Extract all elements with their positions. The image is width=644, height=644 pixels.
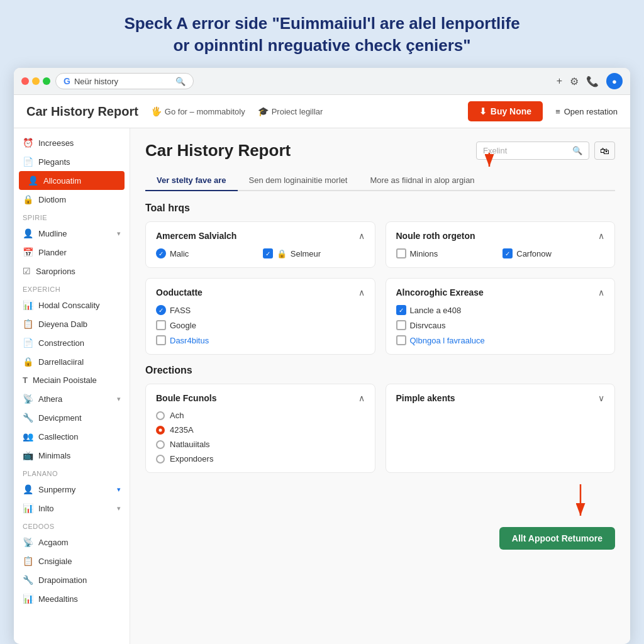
sidebar-label-plander: Plander xyxy=(38,248,67,257)
option-qlbngoa-label: Qlbngoа l favraaluce xyxy=(410,336,485,345)
phone-button[interactable]: 📞 xyxy=(586,75,599,87)
menu-icon: ≡ xyxy=(555,107,560,116)
sidebar-item-constrection[interactable]: 📄 Constrection xyxy=(14,333,130,352)
filter-card-ooductatte-title: Ooductatte xyxy=(156,287,203,297)
lock2-icon: 🔒 xyxy=(23,357,33,367)
search-lens-icon: 🔍 xyxy=(572,146,582,155)
sidebar-item-increeses[interactable]: ⏰ Increeses xyxy=(14,133,130,152)
radio-option-ach[interactable]: Ach xyxy=(156,411,365,420)
table-icon: 📋 xyxy=(23,556,33,566)
sidebar-item-athera[interactable]: 📡 Athera ▾ xyxy=(14,389,130,408)
header-nav-project[interactable]: 🎓 Proiect legillar xyxy=(258,106,323,116)
annotation-arrow xyxy=(477,152,502,173)
text-icon: T xyxy=(23,375,28,385)
sidebar-item-plegants[interactable]: 📄 Plegants xyxy=(14,152,130,171)
option-selmeur-text: Selmeur xyxy=(291,249,321,258)
radio-option-4235a[interactable]: 4235A xyxy=(156,425,365,435)
header-nav-go[interactable]: 🖐 Go for – mommabitoly xyxy=(151,106,245,116)
sidebar-section-spirie: Spirie xyxy=(14,209,130,224)
filter-noule-options: Minions ✓ Carfonow xyxy=(396,248,605,258)
filter-option-selmeur[interactable]: ✓ 🔒 Selmeur xyxy=(263,248,365,258)
sidebar-item-mudline[interactable]: 👤 Mudline ▾ xyxy=(14,224,130,243)
profile-button[interactable]: ● xyxy=(606,73,623,89)
sidebar-item-inlto[interactable]: 📊 Inlto ▾ xyxy=(14,499,130,518)
option-minions-label: Minions xyxy=(410,249,438,258)
settings-button[interactable]: ⚙ xyxy=(570,75,579,87)
buy-now-button[interactable]: ⬇ Buy None xyxy=(468,101,543,121)
collapse-amercem-button[interactable]: ∧ xyxy=(358,231,365,241)
check-icon: ☑ xyxy=(23,266,31,276)
collapse-pimple-button[interactable]: ∨ xyxy=(598,393,604,403)
sidebar-item-minimals[interactable]: 📺 Minimals xyxy=(14,446,130,465)
filter-option-disrvcaus[interactable]: Disrvcaus xyxy=(396,320,605,330)
radio-dot-4235a xyxy=(156,426,165,435)
sidebar-item-cnsigiale[interactable]: 📋 Cnsigiale xyxy=(14,552,130,570)
sidebar-item-plander[interactable]: 📅 Plander xyxy=(14,243,130,262)
main-layout: ⏰ Increeses 📄 Plegants 👤 Allcouatim 🔒 Di… xyxy=(14,128,630,644)
collapse-alncoroghic-button[interactable]: ∧ xyxy=(598,287,604,297)
filter-option-carfonow[interactable]: ✓ Carfonow xyxy=(502,248,604,258)
sidebar-section-cedoos: Cedoos xyxy=(14,518,130,533)
option-fass-label: FASS xyxy=(170,306,191,315)
user-icon: 👤 xyxy=(28,175,38,186)
close-dot[interactable] xyxy=(21,77,29,85)
maximize-dot[interactable] xyxy=(43,77,50,85)
sidebar-item-sunpermy[interactable]: 👤 Sunpermy ▾ xyxy=(14,480,130,499)
checkbox-disrvcaus xyxy=(396,320,406,330)
sidebar-item-hodal[interactable]: 📊 Hodal Conscality xyxy=(14,296,130,314)
filter-option-dasrabitus[interactable]: Dasr4bitus xyxy=(156,335,365,345)
apply-button[interactable]: Allt Appoot Retumore xyxy=(499,527,615,550)
radio-option-expondoers[interactable]: Expondoers xyxy=(156,454,365,464)
sidebar-item-meedaltins[interactable]: 📊 Meedaltins xyxy=(14,589,130,608)
new-tab-button[interactable]: + xyxy=(557,75,562,87)
sidebar-item-saroprions[interactable]: ☑ Saroprions xyxy=(14,262,130,280)
page-header: Car History Report Fxelint 🔍 🛍 xyxy=(145,141,615,160)
headline: Speck A error side "Euimmaiiul'l are ale… xyxy=(124,13,519,57)
sidebar-label-saroprions: Saroprions xyxy=(36,267,75,276)
open-button[interactable]: ≡ Open restation xyxy=(555,107,618,116)
sidebar-item-dieyena[interactable]: 📋 Dieyena Dalb xyxy=(14,314,130,333)
filter-option-qlbngoa[interactable]: Qlbngoа l favraaluce xyxy=(396,335,605,345)
tab-sen-dem[interactable]: Sen dem loginainitie morlet xyxy=(238,170,359,191)
radio-option-natlauiitals[interactable]: Natlauiitals xyxy=(156,440,365,449)
sidebar-item-acgaom[interactable]: 📡 Acgaom xyxy=(14,533,130,552)
shopping-bag-button[interactable]: 🛍 xyxy=(594,142,615,160)
sidebar-item-casllection[interactable]: 👥 Casllection xyxy=(14,427,130,446)
browser-window-controls xyxy=(21,77,50,85)
filter-card-ooductatte-header: Ooductatte ∧ xyxy=(156,287,365,297)
collapse-ooductatte-button[interactable]: ∧ xyxy=(358,287,365,297)
chart2-icon: 📊 xyxy=(23,594,33,604)
lower-card-boule: Boule Fcunols ∧ Ach 4235A xyxy=(145,384,375,473)
sidebar-item-meciain[interactable]: T Meciain Pooistale xyxy=(14,371,130,389)
collapse-noule-button[interactable]: ∧ xyxy=(598,231,604,241)
lower-section: Boule Fcunols ∧ Ach 4235A xyxy=(145,384,615,473)
minimize-dot[interactable] xyxy=(32,77,40,85)
sidebar-item-allcouatim[interactable]: 👤 Allcouatim xyxy=(19,171,125,190)
wifi-icon: 📡 xyxy=(23,394,33,404)
sidebar-label-casllection: Casllection xyxy=(38,432,79,441)
section-heading-orections: Orections xyxy=(145,365,615,376)
filter-option-fass[interactable]: ✓ FASS xyxy=(156,305,365,315)
sidebar-item-devicpment[interactable]: 🔧 Devicpment xyxy=(14,408,130,427)
sidebar-label-darrella: Darrellaciiral xyxy=(38,357,84,367)
filter-option-minions[interactable]: Minions xyxy=(396,248,498,258)
address-bar[interactable]: G Neür history 🔍 xyxy=(55,73,194,89)
google-icon: G xyxy=(64,76,70,86)
radio-dot-natlauiitals xyxy=(156,440,165,449)
sidebar-label-constrection: Constrection xyxy=(38,338,84,348)
browser-window: G Neür history 🔍 + ⚙ 📞 ● Car History Rep… xyxy=(14,68,630,644)
filter-option-lancle[interactable]: ✓ Lancle a e408 xyxy=(396,305,605,315)
cap-icon: 🎓 xyxy=(258,106,269,116)
sidebar-item-drapoimation[interactable]: 🔧 Drapoimation xyxy=(14,570,130,589)
sidebar-item-diotlom[interactable]: 🔒 Diotlom xyxy=(14,190,130,209)
tab-more-as[interactable]: More as fiidnal in alop argian xyxy=(358,170,486,191)
collapse-boule-button[interactable]: ∧ xyxy=(358,393,365,403)
filter-card-amercem-title: Amercem Salvialch xyxy=(156,231,236,241)
filter-option-google[interactable]: Google xyxy=(156,320,365,330)
lower-card-pimple-title: Pimple akents xyxy=(396,393,455,403)
filter-card-noule-title: Noule roth orgeton xyxy=(396,231,475,241)
filter-option-malic[interactable]: ✓ Malic xyxy=(156,248,258,258)
sidebar-item-darrella[interactable]: 🔒 Darrellaciiral xyxy=(14,352,130,371)
header-nav-go-label: Go for – mommabitoly xyxy=(165,107,245,116)
tab-ver-stelty[interactable]: Ver stelty fave are xyxy=(145,170,238,191)
